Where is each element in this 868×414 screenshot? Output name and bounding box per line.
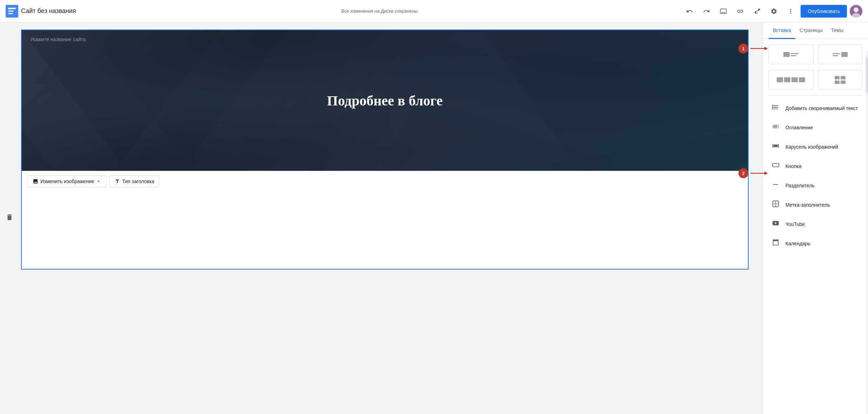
- layout-line: [791, 53, 798, 54]
- svg-rect-1: [8, 8, 16, 9]
- menu-item-collapsible[interactable]: Добавить сворачиваемый текст: [769, 98, 862, 118]
- layout-card-4[interactable]: [818, 70, 863, 90]
- more-options-button[interactable]: [784, 4, 798, 18]
- hero-toolbar: Изменить изображение Тип заголовка: [22, 171, 748, 192]
- annotation-2: 2: [738, 168, 768, 178]
- avatar[interactable]: [850, 5, 862, 18]
- menu-item-toc[interactable]: Оглавление: [769, 118, 862, 137]
- menu-item-divider[interactable]: Разделитель: [769, 176, 862, 195]
- layout-row-1: [769, 45, 862, 64]
- topbar-actions: Опубликовать: [683, 4, 862, 18]
- divider-label: Разделитель: [785, 183, 815, 188]
- button-icon: [771, 161, 780, 171]
- header-type-label: Тип заголовка: [122, 179, 154, 184]
- layout-img-3a: [777, 77, 783, 82]
- preview-button[interactable]: [716, 4, 730, 18]
- layout-img-3b: [784, 77, 790, 82]
- annotation-circle-1: 1: [738, 44, 748, 53]
- layout-img-3d: [799, 77, 805, 82]
- layout-line-short: [791, 55, 796, 56]
- calendar-label: Календарь: [785, 241, 810, 246]
- placeholder-icon: [771, 200, 780, 209]
- youtube-label: YouTube: [785, 221, 805, 227]
- app-logo: Сайт без названия: [6, 5, 76, 18]
- layout-thumb-4: [835, 76, 846, 84]
- tab-insert[interactable]: Вставка: [769, 22, 795, 39]
- layout-line-short-2: [833, 55, 838, 56]
- layout-row-2: [769, 70, 862, 90]
- menu-item-placeholder[interactable]: Метка-заполнитель: [769, 195, 862, 214]
- svg-rect-2: [8, 11, 14, 12]
- delete-section-button[interactable]: [6, 213, 13, 223]
- hero-heading[interactable]: Подробнее в блоге: [327, 92, 442, 109]
- menu-item-carousel[interactable]: Карусель изображений: [769, 137, 862, 156]
- publish-button[interactable]: Опубликовать: [801, 5, 847, 18]
- share-button[interactable]: [750, 4, 764, 18]
- change-image-label: Изменить изображение: [40, 179, 94, 184]
- annotation-circle-2: 2: [738, 168, 748, 178]
- topbar: Сайт без названия Все изменения на Диске…: [0, 0, 868, 22]
- layout-thumb-3: [777, 77, 805, 82]
- layout-card-3[interactable]: [769, 70, 814, 90]
- scrollbar-thumb[interactable]: [866, 58, 868, 93]
- tab-pages[interactable]: Страницы: [795, 22, 827, 39]
- site-title[interactable]: Сайт без названия: [21, 7, 76, 15]
- annotation-arrow-1: [750, 45, 768, 52]
- layout-img-icon-2: [841, 52, 848, 57]
- header-type-button[interactable]: Тип заголовка: [109, 175, 159, 187]
- redo-button[interactable]: [699, 4, 714, 18]
- hero-section[interactable]: Укажите название сайта Подробнее в блоге: [22, 30, 748, 171]
- menu-item-youtube[interactable]: YouTube: [769, 214, 862, 234]
- save-status: Все изменения на Диске сохранены: [341, 8, 418, 14]
- canvas-area: Укажите название сайта Подробнее в блоге…: [21, 30, 749, 407]
- site-frame: Укажите название сайта Подробнее в блоге…: [21, 30, 749, 270]
- youtube-icon: [771, 219, 780, 229]
- svg-marker-18: [764, 172, 768, 175]
- menu-item-calendar[interactable]: Календарь: [769, 234, 862, 253]
- panel-divider-1: [769, 95, 862, 96]
- layout-card-1[interactable]: [769, 45, 814, 64]
- divider-icon: [771, 181, 780, 190]
- canvas-panel: Укажите название сайта Подробнее в блоге…: [0, 22, 763, 414]
- panel-content: Добавить сворачиваемый текст Оглавление …: [763, 39, 868, 414]
- content-section: [22, 192, 748, 269]
- undo-button[interactable]: [683, 4, 697, 18]
- toc-label: Оглавление: [785, 125, 813, 130]
- layout-img-4a: [835, 76, 840, 79]
- toc-icon: [771, 123, 780, 132]
- layout-img-4d: [841, 80, 846, 84]
- svg-point-5: [854, 7, 859, 12]
- right-panel: 1 2 Вставка Страницы Темы: [763, 22, 868, 414]
- change-image-button[interactable]: Изменить изображение: [27, 175, 106, 187]
- annotation-arrow-2: [750, 170, 768, 177]
- scrollbar-track: [866, 51, 868, 414]
- layout-line-2: [833, 53, 840, 54]
- svg-marker-16: [764, 47, 768, 50]
- tab-themes[interactable]: Темы: [827, 22, 848, 39]
- main-layout: Укажите название сайта Подробнее в блоге…: [0, 22, 868, 414]
- layout-img-3c: [791, 77, 798, 82]
- save-status-area: Все изменения на Диске сохранены: [80, 8, 679, 14]
- carousel-label: Карусель изображений: [785, 144, 838, 150]
- layout-img-icon: [783, 52, 790, 57]
- collapsible-text-icon: [771, 103, 780, 113]
- svg-rect-3: [8, 13, 13, 14]
- calendar-icon: [771, 239, 780, 248]
- placeholder-label: Метка-заполнитель: [785, 202, 830, 208]
- menu-item-button[interactable]: Кнопка: [769, 156, 862, 176]
- settings-button[interactable]: [767, 4, 781, 18]
- layout-thumb-2: [833, 52, 848, 57]
- annotation-1: 1: [738, 44, 768, 53]
- svg-rect-19: [772, 163, 779, 167]
- site-name-placeholder[interactable]: Укажите название сайта: [30, 37, 86, 42]
- sites-logo-icon: [6, 5, 18, 18]
- layout-card-2[interactable]: [818, 45, 863, 64]
- layout-img-4b: [841, 76, 846, 79]
- carousel-icon: [771, 142, 780, 151]
- layout-thumb-1: [783, 52, 798, 57]
- layout-img-4c: [835, 80, 840, 84]
- collapsible-text-label: Добавить сворачиваемый текст: [785, 105, 858, 111]
- link-button[interactable]: [733, 4, 747, 18]
- panel-tabs: Вставка Страницы Темы: [763, 22, 868, 39]
- button-label: Кнопка: [785, 163, 801, 169]
